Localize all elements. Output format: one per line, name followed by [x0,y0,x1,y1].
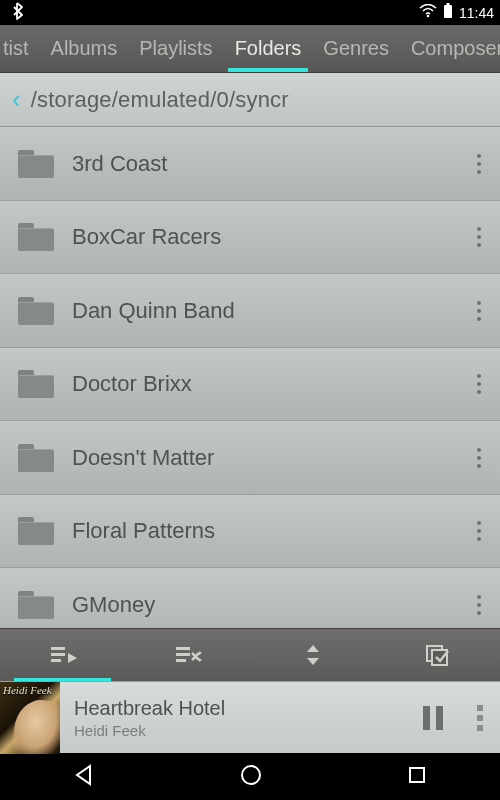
folder-row[interactable]: Doesn't Matter [0,421,500,495]
now-playing-more-button[interactable] [460,703,500,733]
row-more-button[interactable] [458,127,500,200]
folder-row[interactable]: GMoney [0,568,500,627]
nav-back-button[interactable] [71,762,97,792]
back-icon[interactable]: ‹ [12,84,21,115]
bottom-toolbar [0,628,500,682]
svg-point-0 [427,15,430,18]
folder-icon [18,297,54,325]
folder-icon [18,444,54,472]
folder-name: 3rd Coast [72,151,458,177]
folder-name: GMoney [72,592,458,618]
tab-label: Genres [323,37,389,60]
tab-albums[interactable]: Albums [40,25,129,72]
svg-rect-4 [432,650,447,665]
row-more-button[interactable] [458,421,500,494]
folder-row[interactable]: Dan Quinn Band [0,274,500,348]
folder-row[interactable]: BoxCar Racers [0,201,500,275]
sort-button[interactable] [250,629,375,682]
row-more-button[interactable] [458,348,500,421]
track-title: Heartbreak Hotel [74,697,392,720]
svg-rect-2 [446,3,449,5]
track-artist: Heidi Feek [74,722,392,739]
folder-name: Dan Quinn Band [72,298,458,324]
svg-point-5 [242,766,260,784]
tab-folders[interactable]: Folders [224,25,313,72]
tab-label: Composers [411,37,500,60]
folder-icon [18,591,54,619]
battery-icon [443,3,453,22]
row-more-button[interactable] [458,201,500,274]
tab-label: Albums [51,37,118,60]
folder-name: Floral Patterns [72,518,458,544]
folder-row[interactable]: 3rd Coast [0,127,500,201]
folder-name: BoxCar Racers [72,224,458,250]
tab-genres[interactable]: Genres [312,25,400,72]
svg-rect-6 [410,768,424,782]
tab-label: Playlists [139,37,212,60]
status-time: 11:44 [459,5,494,21]
current-path: /storage/emulated/0/syncr [31,87,289,113]
row-more-button[interactable] [458,495,500,568]
album-art[interactable]: Heidi Feek [0,682,60,754]
tab-label: Folders [235,37,302,60]
nav-recent-button[interactable] [405,763,429,791]
folder-icon [18,517,54,545]
bluetooth-icon [6,2,24,23]
tab-strip: tistAlbumsPlaylistsFoldersGenresComposer… [0,25,500,73]
svg-rect-1 [444,5,452,18]
shuffle-all-button[interactable] [125,629,250,682]
folder-name: Doctor Brixx [72,371,458,397]
play-all-button[interactable] [0,629,125,682]
wifi-icon [419,4,437,21]
tab-tist[interactable]: tist [0,25,40,72]
folder-icon [18,150,54,178]
play-pause-button[interactable] [406,706,460,730]
folder-name: Doesn't Matter [72,445,458,471]
folder-icon [18,370,54,398]
tab-label: tist [3,37,29,60]
now-playing-meta: Heartbreak Hotel Heidi Feek [60,697,406,739]
status-bar: 11:44 [0,0,500,25]
folder-list: 3rd CoastBoxCar RacersDan Quinn BandDoct… [0,127,500,627]
folder-icon [18,223,54,251]
folder-row[interactable]: Doctor Brixx [0,348,500,422]
now-playing-bar[interactable]: Heidi Feek Heartbreak Hotel Heidi Feek [0,681,500,753]
nav-home-button[interactable] [238,762,264,792]
row-more-button[interactable] [458,568,500,627]
tab-composers[interactable]: Composers [400,25,500,72]
path-bar[interactable]: ‹ /storage/emulated/0/syncr [0,73,500,127]
folder-row[interactable]: Floral Patterns [0,495,500,569]
system-nav-bar [0,753,500,800]
tab-playlists[interactable]: Playlists [128,25,223,72]
select-button[interactable] [375,629,500,682]
album-art-label: Heidi Feek [3,685,52,696]
row-more-button[interactable] [458,274,500,347]
